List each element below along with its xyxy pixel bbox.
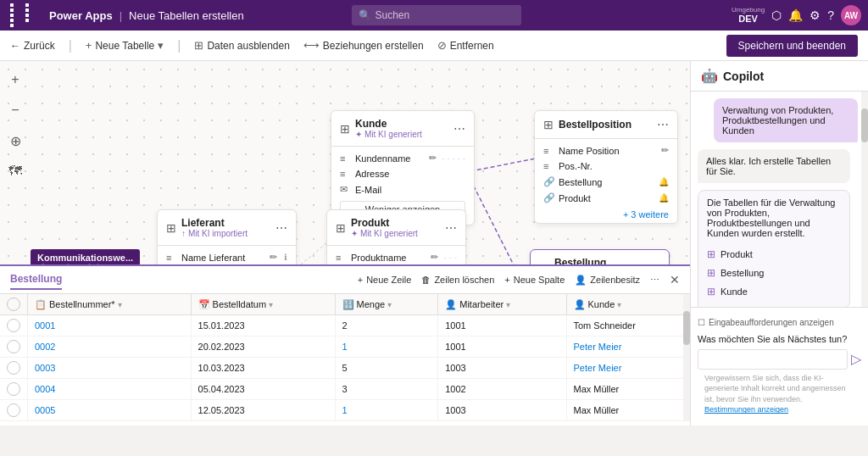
copilot-footer: ☐ Eingabeaufforderungen anzeigen Was möc…: [691, 307, 868, 425]
map-icon[interactable]: 🗺: [3, 159, 27, 183]
bestelldatum-cell: 05.04.2023: [191, 379, 335, 400]
panel-actions: + Neue Zeile 🗑 Zeilen löschen + Neue Spa…: [358, 273, 680, 286]
new-table-button[interactable]: + Neue Tabelle ▾: [86, 39, 164, 52]
copilot-input[interactable]: [698, 349, 848, 370]
menge-cell: 1: [335, 400, 438, 421]
bestellposition-menu-icon[interactable]: ⋯: [657, 118, 669, 131]
copilot-header: 🤖 Copilot: [691, 61, 868, 92]
minus-icon[interactable]: −: [3, 98, 27, 122]
edit-icon[interactable]: ✏: [270, 252, 277, 263]
bestellpos-field-4: 🔗 Produkt 🔔: [535, 190, 677, 206]
row-checkbox[interactable]: [7, 361, 20, 375]
kunde-cell: Max Müller: [566, 379, 690, 400]
row-checkbox[interactable]: [7, 403, 20, 417]
help-icon[interactable]: ?: [827, 8, 834, 22]
table-row: 0005 12.05.2023 1 1003 Max Müller: [0, 400, 690, 421]
select-all-header[interactable]: [0, 294, 28, 315]
location-icon[interactable]: ⊕: [3, 129, 27, 153]
app-title: Power Apps: [49, 9, 113, 22]
bestellnummer-cell: 0003: [28, 358, 192, 379]
copilot-messages: Verwaltung von Produkten, Produktbestell…: [691, 92, 868, 307]
settings-icon[interactable]: ⚙: [810, 8, 821, 22]
table-chip-kunde: ⊞ Kunde: [707, 282, 841, 301]
prompt-check[interactable]: ☐ Eingabeaufforderungen anzeigen: [698, 314, 861, 331]
mitarbeiter-header[interactable]: 👤 Mitarbeiter ▾: [438, 294, 566, 315]
new-row-button[interactable]: + Neue Zeile: [358, 275, 412, 285]
bottom-table: 📋 Bestellnummer* ▾ 📅 Bestelldatum ▾: [0, 294, 690, 421]
hide-data-button[interactable]: ⊞ Daten ausblenden: [194, 39, 289, 52]
bestellposition-title: Bestellposition: [559, 119, 632, 131]
vertical-scrollbar[interactable]: [683, 294, 690, 421]
delete-icon: 🗑: [421, 275, 431, 285]
ai-response-2: Die Tabellen für die Verwaltung von Prod…: [698, 190, 850, 307]
user-message: Verwaltung von Produkten, Produktbestell…: [714, 98, 858, 142]
bestellnummer-cell: 0004: [28, 379, 192, 400]
menge-header[interactable]: 🔢 Menge ▾: [335, 294, 438, 315]
bestelldatum-cell: 15.01.2023: [191, 315, 335, 336]
bestellung-tab[interactable]: Bestellung: [10, 270, 62, 290]
add-icon[interactable]: +: [3, 68, 27, 92]
table-row: 0003 10.03.2023 5 1003 Peter Meier: [0, 358, 690, 379]
kunde-menu-icon[interactable]: ⋯: [453, 122, 465, 136]
save-button[interactable]: Speichern und beenden: [726, 35, 858, 57]
copilot-terms: Vergewissern Sie sich, dass die KI-gener…: [698, 370, 861, 419]
bell-icon[interactable]: 🔔: [788, 8, 803, 22]
kunde-field-2: ≡ Adresse: [331, 166, 474, 181]
relationships-button[interactable]: ⟷ Beziehungen erstellen: [303, 39, 424, 52]
lieferant-menu-icon[interactable]: ⋯: [275, 221, 287, 235]
edit-icon[interactable]: ✏: [429, 153, 437, 164]
new-column-button[interactable]: + Neue Spalte: [504, 275, 565, 285]
mitarbeiter-cell: 1003: [438, 358, 566, 379]
select-all-checkbox[interactable]: [7, 298, 20, 311]
sort-icon[interactable]: ▾: [118, 300, 122, 309]
kunde-header[interactable]: 👤 Kunde ▾: [566, 294, 690, 315]
mitarbeiter-cell: 1003: [438, 400, 566, 421]
search-input[interactable]: [375, 9, 493, 21]
table-row: 0004 05.04.2023 3 1002 Max Müller: [0, 379, 690, 400]
kunde-title: Kunde: [355, 118, 422, 130]
canvas[interactable]: + − ⊕ 🗺 Kommunikationswe... SharePoint-W…: [0, 61, 690, 425]
avatar[interactable]: AW: [841, 5, 861, 25]
search-bar[interactable]: 🔍: [352, 5, 521, 25]
copilot-scrollbar-thumb[interactable]: [861, 108, 868, 142]
menge-cell: 3: [335, 379, 438, 400]
scrollbar-thumb[interactable]: [683, 311, 690, 345]
share-icon[interactable]: ⬡: [771, 8, 782, 22]
close-panel-button[interactable]: ✕: [670, 273, 680, 286]
delete-rows-button[interactable]: 🗑 Zeilen löschen: [421, 275, 494, 285]
more-link[interactable]: + 3 weitere: [535, 206, 677, 223]
table-chip-icon: ⊞: [707, 267, 715, 279]
bottom-panel-header: Bestellung + Neue Zeile 🗑 Zeilen löschen…: [0, 266, 690, 294]
grid-icon[interactable]: [7, 0, 42, 31]
row-checkbox[interactable]: [7, 382, 20, 396]
field-icon: ≡: [340, 153, 350, 164]
row-checkbox[interactable]: [7, 319, 20, 332]
info-icon[interactable]: ℹ: [284, 253, 287, 262]
produkt-menu-icon[interactable]: ⋯: [445, 221, 457, 235]
top-bar: Power Apps | Neue Tabellen erstellen 🔍 U…: [0, 0, 868, 31]
plus-icon: +: [358, 275, 363, 285]
checkbox-icon: ☐: [698, 318, 705, 327]
kunde-cell: Max Müller: [566, 400, 690, 421]
mitarbeiter-cell: 1001: [438, 315, 566, 336]
sort-icon[interactable]: ▾: [387, 300, 392, 309]
terms-link[interactable]: Bestimmungen anzeigen: [704, 405, 788, 414]
row-checkbox[interactable]: [7, 340, 20, 353]
owner-icon: 👤: [575, 275, 587, 286]
edit-icon[interactable]: ✏: [661, 145, 669, 156]
row-owner-button[interactable]: 👤 Zeilenbesitz: [575, 275, 640, 286]
bottom-panel: Bestellung + Neue Zeile 🗑 Zeilen löschen…: [0, 264, 690, 425]
edit-icon[interactable]: ✏: [431, 252, 438, 263]
sort-icon[interactable]: ▾: [269, 300, 273, 309]
sort-icon[interactable]: ▾: [617, 300, 621, 309]
remove-button[interactable]: ⊘ Entfernen: [437, 39, 494, 52]
sort-icon[interactable]: ▾: [506, 300, 510, 309]
copilot-scrollbar[interactable]: [861, 92, 868, 307]
back-button[interactable]: ← Zurück: [10, 40, 55, 52]
bestellnummer-header[interactable]: 📋 Bestellnummer* ▾: [28, 294, 192, 315]
kunde-field-3: ✉ E-Mail: [331, 181, 474, 197]
copilot-title: Copilot: [723, 70, 764, 83]
copilot-send-button[interactable]: ▷: [851, 351, 861, 367]
more-actions-icon[interactable]: ⋯: [650, 275, 659, 286]
bestelldatum-header[interactable]: 📅 Bestelldatum ▾: [191, 294, 335, 315]
